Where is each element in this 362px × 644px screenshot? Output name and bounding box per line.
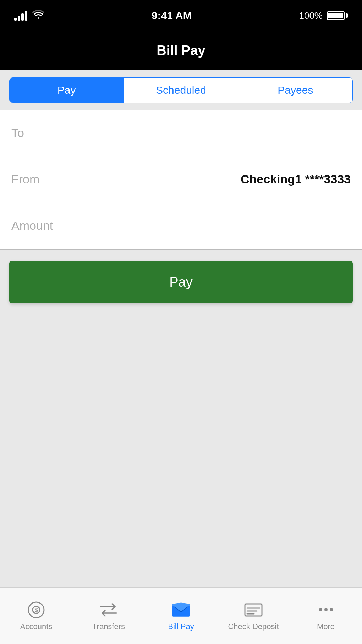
accounts-label: Accounts — [20, 622, 53, 631]
signal-icon — [14, 11, 27, 21]
accounts-icon: $ — [27, 601, 45, 619]
tab-scheduled[interactable]: Scheduled — [124, 78, 238, 103]
billpay-icon — [172, 601, 190, 619]
more-icon — [317, 601, 335, 619]
form-container: To From Checking1 ****3333 Amount — [0, 110, 362, 249]
billpay-label: Bill Pay — [168, 622, 194, 631]
from-label: From — [11, 172, 39, 186]
battery-icon — [327, 11, 348, 20]
segment-bar: Pay Scheduled Payees — [0, 70, 362, 110]
pay-button[interactable]: Pay — [9, 261, 353, 303]
tab-pay[interactable]: Pay — [10, 78, 124, 103]
status-bar: 9:41 AM 100% — [0, 0, 362, 31]
transfers-icon — [99, 601, 118, 619]
tab-bar: $ Accounts Transfers — [0, 587, 362, 644]
to-row[interactable]: To — [0, 110, 362, 156]
checkdeposit-label: Check Deposit — [228, 622, 279, 631]
more-label: More — [317, 622, 335, 631]
status-right: 100% — [299, 10, 348, 21]
segment-control: Pay Scheduled Payees — [9, 77, 353, 103]
from-row[interactable]: From Checking1 ****3333 — [0, 156, 362, 202]
status-time: 9:41 AM — [152, 10, 192, 22]
tab-item-billpay[interactable]: Bill Pay — [145, 588, 217, 644]
from-value: Checking1 ****3333 — [241, 172, 351, 186]
tab-item-transfers[interactable]: Transfers — [72, 588, 145, 644]
status-left — [14, 10, 44, 22]
tab-payees[interactable]: Payees — [238, 78, 352, 103]
svg-text:$: $ — [35, 607, 38, 613]
page-title: Bill Pay — [157, 43, 205, 58]
battery-percent: 100% — [299, 10, 323, 21]
header: Bill Pay — [0, 31, 362, 70]
tab-item-accounts[interactable]: $ Accounts — [0, 588, 72, 644]
wifi-icon — [32, 10, 44, 22]
checkdeposit-icon — [244, 601, 263, 619]
main-content-area — [0, 314, 362, 588]
amount-row[interactable]: Amount — [0, 202, 362, 249]
amount-label: Amount — [11, 219, 53, 233]
action-section: Pay — [0, 250, 362, 314]
tab-item-checkdeposit[interactable]: Check Deposit — [217, 588, 290, 644]
transfers-label: Transfers — [92, 622, 125, 631]
tab-item-more[interactable]: More — [290, 588, 362, 644]
to-label: To — [11, 126, 24, 140]
